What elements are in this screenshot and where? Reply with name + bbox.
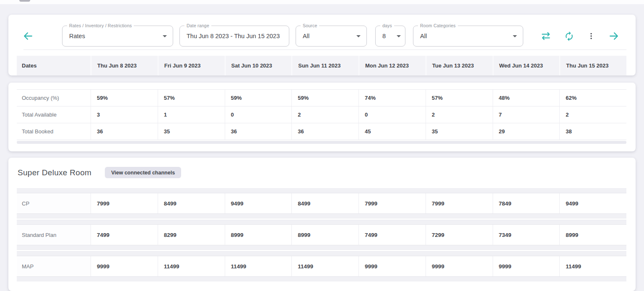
summary-row-label: Total Booked <box>17 123 91 140</box>
mode-select[interactable]: Rates / Inventory / Restrictions Rates <box>62 26 173 47</box>
kebab-menu-icon <box>587 32 595 40</box>
available-cell: 7 <box>493 107 560 123</box>
chevron-down-icon <box>356 35 361 37</box>
rate-cell[interactable]: 8499 <box>158 193 225 213</box>
occupancy-cell: 57% <box>426 90 493 106</box>
swap-horizontal-icon <box>540 31 551 42</box>
rate-plan-band: Standard Plan 7499 8299 8999 8999 7499 7… <box>17 220 626 250</box>
rate-cell[interactable]: 11499 <box>225 256 292 276</box>
rate-cell[interactable]: 8499 <box>291 193 358 213</box>
view-connected-channels-button[interactable]: View connected channels <box>105 167 181 178</box>
rate-cell[interactable]: 7499 <box>358 225 426 245</box>
refresh-button[interactable] <box>564 31 574 42</box>
toolbar-divider <box>23 49 626 50</box>
rate-cell[interactable]: 7999 <box>358 193 426 213</box>
available-cell: 0 <box>225 107 292 123</box>
cropped-header-fragment <box>19 0 30 2</box>
available-cell: 0 <box>358 107 426 123</box>
sync-icon <box>564 31 574 42</box>
date-column-header: Mon Jun 12 2023 <box>358 56 426 75</box>
source-select-value: All <box>303 33 309 39</box>
summary-row-label: Total Available <box>17 107 91 123</box>
booked-cell: 35 <box>158 123 225 140</box>
rate-cell[interactable]: 9499 <box>559 193 626 213</box>
rate-plan-label: MAP <box>17 256 91 276</box>
date-column-header: Sat Jun 10 2023 <box>225 56 292 75</box>
rate-cell[interactable]: 8999 <box>225 225 292 245</box>
rate-cell[interactable]: 7999 <box>426 193 493 213</box>
rate-cell[interactable]: 9999 <box>493 256 560 276</box>
occupancy-cell: 59% <box>91 90 158 106</box>
rate-cell[interactable]: 9999 <box>358 256 426 276</box>
occupancy-summary-table: Occupancy (%) 59% 57% 59% 59% 74% 57% 48… <box>17 89 626 140</box>
table-row: CP 7999 8499 9499 8499 7999 7999 7849 94… <box>17 193 626 214</box>
booked-cell: 38 <box>559 123 626 140</box>
rate-plan-label: CP <box>17 193 91 213</box>
table-row: Standard Plan 7499 8299 8999 8999 7499 7… <box>17 224 626 245</box>
table-row: Total Available 3 1 0 2 0 2 7 2 <box>17 107 626 123</box>
rate-cell[interactable]: 9999 <box>426 256 493 276</box>
date-column-header: Fri Jun 9 2023 <box>158 56 225 75</box>
chevron-down-icon <box>513 35 517 37</box>
room-categories-value: All <box>420 33 427 39</box>
available-cell: 2 <box>291 107 358 123</box>
horizontal-scrollbar[interactable] <box>17 141 626 144</box>
chevron-down-icon <box>397 35 401 37</box>
rate-cell[interactable]: 7849 <box>493 193 560 213</box>
room-header: Super Deluxe Room View connected channel… <box>8 167 636 178</box>
swap-view-button[interactable] <box>540 31 551 42</box>
mode-select-label: Rates / Inventory / Restrictions <box>67 23 134 28</box>
rate-cell[interactable]: 8299 <box>158 225 225 245</box>
rate-cell[interactable]: 11499 <box>291 256 358 276</box>
occupancy-cell: 59% <box>291 90 358 106</box>
dates-header-label: Dates <box>17 56 91 75</box>
occupancy-cell: 57% <box>158 90 225 106</box>
summary-row-label: Occupancy (%) <box>17 90 91 106</box>
occupancy-cell: 74% <box>358 90 426 106</box>
forward-button[interactable] <box>608 30 620 42</box>
available-cell: 1 <box>158 107 225 123</box>
days-select-label: days <box>380 23 394 28</box>
cropped-appbar-strip <box>0 0 644 4</box>
rate-plan-band: MAP 9999 11499 11499 11499 9999 9999 999… <box>17 251 626 281</box>
date-range-value: Thu Jun 8 2023 - Thu Jun 15 2023 <box>187 33 280 39</box>
rate-plan-label: Standard Plan <box>17 225 91 245</box>
date-range-input[interactable]: Date range Thu Jun 8 2023 - Thu Jun 15 2… <box>179 26 289 47</box>
rate-cell[interactable]: 9999 <box>91 256 158 276</box>
booked-cell: 29 <box>493 123 560 140</box>
room-rates-card: Super Deluxe Room View connected channel… <box>8 158 636 291</box>
mode-select-value: Rates <box>69 33 85 39</box>
date-column-header: Sun Jun 11 2023 <box>291 56 358 75</box>
date-range-label: Date range <box>184 23 211 28</box>
room-title: Super Deluxe Room <box>18 168 91 177</box>
booked-cell: 35 <box>426 123 493 140</box>
back-button[interactable] <box>21 30 35 42</box>
date-column-header: Thu Jun 8 2023 <box>91 56 158 75</box>
toolbar-actions <box>540 30 623 42</box>
occupancy-summary-card: Occupancy (%) 59% 57% 59% 59% 74% 57% 48… <box>8 83 636 151</box>
rate-cell[interactable]: 7499 <box>91 225 158 245</box>
table-row: Total Booked 36 35 36 36 45 35 29 38 <box>17 123 626 140</box>
rate-cell[interactable]: 7299 <box>426 225 493 245</box>
rate-plans-area: CP 7999 8499 9499 8499 7999 7999 7849 94… <box>8 188 636 281</box>
rate-cell[interactable]: 8999 <box>559 225 626 245</box>
booked-cell: 36 <box>291 123 358 140</box>
available-cell: 3 <box>91 107 158 123</box>
rate-cell[interactable]: 11499 <box>158 256 225 276</box>
room-categories-select[interactable]: Room Categories All <box>413 26 523 47</box>
room-categories-label: Room Categories <box>418 23 458 28</box>
date-column-header: Wed Jun 14 2023 <box>493 56 560 75</box>
occupancy-cell: 48% <box>493 90 560 106</box>
table-row: MAP 9999 11499 11499 11499 9999 9999 999… <box>17 256 626 277</box>
filter-card: Rates / Inventory / Restrictions Rates D… <box>8 15 636 75</box>
rate-cell[interactable]: 9499 <box>225 193 292 213</box>
rate-cell[interactable]: 7349 <box>493 225 560 245</box>
rate-cell[interactable]: 11499 <box>559 256 626 276</box>
days-select[interactable]: days 8 <box>375 26 405 47</box>
more-options-button[interactable] <box>587 32 595 40</box>
table-row: Occupancy (%) 59% 57% 59% 59% 74% 57% 48… <box>17 90 626 107</box>
source-select[interactable]: Source All <box>296 26 367 47</box>
occupancy-cell: 59% <box>225 90 292 106</box>
rate-cell[interactable]: 7999 <box>91 193 158 213</box>
rate-cell[interactable]: 8999 <box>291 225 358 245</box>
